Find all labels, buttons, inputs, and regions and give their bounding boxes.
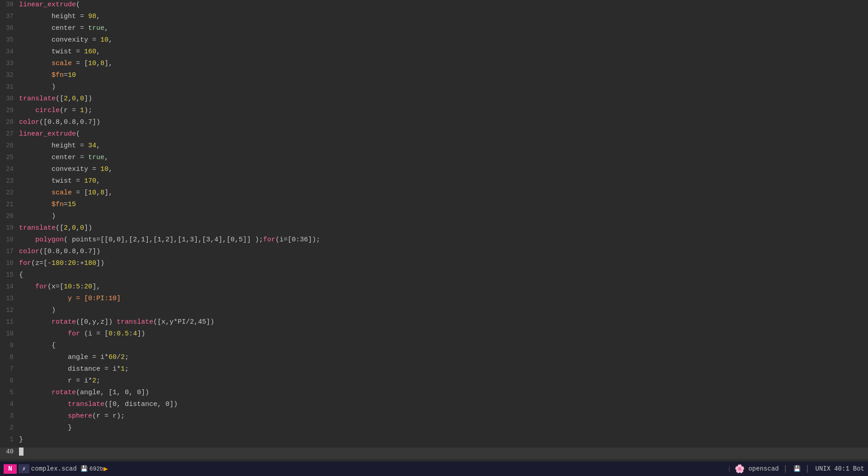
code-content: circle(r = 1); — [19, 107, 92, 114]
code-content: for (i = [0:0.5:4]) — [19, 330, 145, 338]
line-number: 16 — [2, 259, 19, 267]
line-number: 7 — [2, 365, 19, 372]
code-line: 35 convexity = 10, — [0, 36, 868, 48]
line-number: 32 — [2, 71, 19, 79]
line-number: 4 — [2, 401, 19, 408]
line-number: 18 — [2, 236, 19, 243]
unix-label: UNIX — [816, 465, 831, 472]
code-content: translate([2,0,0]) — [19, 95, 92, 103]
code-line: 18 polygon( points=[[0,0],[2,1],[1,2],[1… — [0, 236, 868, 248]
code-line: 21 $fn=15 — [0, 201, 868, 212]
code-line: 16for(z=[-180:20:+180]) — [0, 259, 868, 271]
code-content: y = [0:PI:10] — [19, 295, 121, 302]
line-number: 23 — [2, 177, 19, 184]
code-line: 33 scale = [10,8], — [0, 60, 868, 71]
code-content: height = 98, — [19, 13, 100, 20]
code-content: twist = 160, — [19, 48, 100, 56]
line-number: 6 — [2, 377, 19, 384]
code-line: 8 angle = i*60/2; — [0, 353, 868, 365]
line-number: 20 — [2, 212, 19, 220]
code-content: color([0.8,0.8,0.7]) — [19, 248, 100, 255]
code-line: 6 r = i*2; — [0, 377, 868, 389]
line-number: 19 — [2, 224, 19, 231]
file-icon: 💾 — [80, 465, 88, 472]
plugin-name: openscad — [748, 465, 778, 472]
code-line: 27linear_extrude( — [0, 130, 868, 142]
line-number: 36 — [2, 24, 19, 32]
code-line: 19translate([2,0,0]) — [0, 224, 868, 236]
bot-label: Bot — [853, 465, 864, 472]
code-line: 2 } — [0, 424, 868, 436]
code-content: { — [19, 271, 23, 279]
code-line: 24 convexity = 10, — [0, 165, 868, 177]
divider2: ⎢ — [806, 465, 810, 473]
code-line: 11 rotate([0,y,z]) translate([x,y*PI/2,4… — [0, 318, 868, 330]
line-number: 11 — [2, 318, 19, 325]
code-line: 37 height = 98, — [0, 13, 868, 24]
code-content: distance = i*1; — [19, 365, 129, 373]
line-number: 1 — [2, 436, 19, 443]
code-content: rotate([0,y,z]) translate([x,y*PI/2,45]) — [19, 318, 214, 326]
code-line: 20 ) — [0, 212, 868, 224]
line-number: 27 — [2, 130, 19, 137]
code-line: 34 twist = 160, — [0, 48, 868, 60]
code-line: 5 rotate(angle, [1, 0, 0]) — [0, 389, 868, 401]
code-line: 40 — [0, 448, 868, 459]
cursor-position: 40:1 — [834, 465, 849, 472]
code-content: linear_extrude( — [19, 130, 80, 138]
code-line: 3 sphere(r = r); — [0, 412, 868, 424]
line-number: 35 — [2, 36, 19, 43]
code-content: $fn=15 — [19, 201, 76, 208]
code-content: center = true, — [19, 24, 108, 32]
code-content: convexity = 10, — [19, 36, 113, 44]
vim-mode: N — [4, 464, 17, 474]
line-number: 17 — [2, 248, 19, 255]
code-content: sphere(r = r); — [19, 412, 125, 420]
code-content: scale = [10,8], — [19, 60, 113, 67]
code-content: r = i*2; — [19, 377, 100, 385]
code-content: ) — [19, 306, 56, 314]
code-line: 30translate([2,0,0]) — [0, 95, 868, 107]
code-content: convexity = 10, — [19, 165, 113, 173]
code-content: translate([2,0,0]) — [19, 224, 92, 232]
line-number: 26 — [2, 142, 19, 149]
fileinfo: 💾 692b — [80, 465, 104, 472]
code-content — [19, 448, 24, 456]
filename: complex.scad — [31, 465, 77, 472]
line-number: 9 — [2, 342, 19, 349]
code-line: 29 circle(r = 1); — [0, 107, 868, 118]
line-number: 2 — [2, 424, 19, 431]
line-number: 37 — [2, 13, 19, 20]
line-number: 10 — [2, 330, 19, 337]
line-number: 3 — [2, 412, 19, 419]
line-number: 33 — [2, 60, 19, 67]
line-number: 21 — [2, 201, 19, 208]
code-content: for(z=[-180:20:+180]) — [19, 259, 104, 267]
line-number: 5 — [2, 389, 19, 396]
code-content: for(x=[10:5:20], — [19, 283, 100, 291]
code-line: 23 twist = 170, — [0, 177, 868, 189]
code-content: $fn=10 — [19, 71, 76, 79]
code-content: ) — [19, 212, 56, 220]
code-line: 31 ) — [0, 83, 868, 95]
code-content: scale = [10,8], — [19, 189, 113, 197]
cursor-block — [19, 448, 24, 456]
code-line: 22 scale = [10,8], — [0, 189, 868, 201]
line-number: 38 — [2, 1, 19, 8]
code-content: angle = i*60/2; — [19, 353, 129, 361]
code-content: ) — [19, 83, 56, 91]
code-line: 14 for(x=[10:5:20], — [0, 283, 868, 295]
code-content: translate([0, distance, 0]) — [19, 401, 178, 408]
code-line: 25 center = true, — [0, 154, 868, 165]
code-content: } — [19, 436, 23, 443]
line-number: 28 — [2, 118, 19, 126]
code-line: 17color([0.8,0.8,0.7]) — [0, 248, 868, 259]
code-line: 15{ — [0, 271, 868, 283]
code-content: } — [19, 424, 72, 432]
line-number: 40 — [2, 448, 19, 455]
divider1: ⎢ — [784, 465, 788, 473]
code-content: height = 34, — [19, 142, 100, 150]
code-content: color([0.8,0.8,0.7]) — [19, 118, 100, 126]
line-number: 25 — [2, 154, 19, 161]
code-line: 12 ) — [0, 306, 868, 318]
